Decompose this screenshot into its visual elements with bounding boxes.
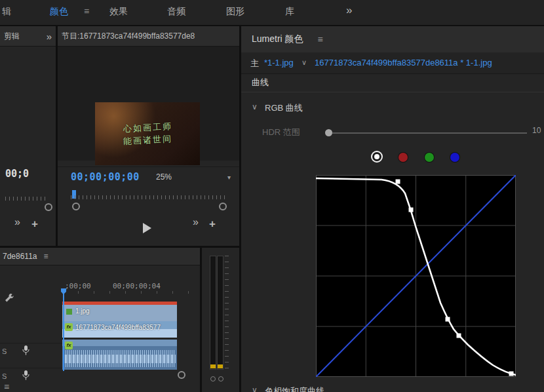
chevron-down-icon[interactable]: ∨ [301, 58, 307, 67]
audio-waveform [64, 355, 176, 363]
hue-saturation-curves-label: 色相饱和度曲线 [265, 385, 324, 392]
timeline-ruler-start: ;00;00 [65, 282, 91, 290]
audio-level-fill [210, 364, 216, 368]
track-divider [0, 343, 62, 343]
chevron-expanded-icon[interactable]: ∨ [252, 102, 258, 111]
source-panel-header: 剪辑 » [0, 26, 56, 47]
audio-meter-left [210, 256, 216, 370]
overflow-icon[interactable]: » [193, 216, 199, 228]
wrench-icon[interactable] [4, 292, 14, 305]
program-monitor-panel: 节目:16771873ca74f499bffa83577de8 心如画工师 能画… [58, 26, 239, 246]
solo-button[interactable]: S [2, 347, 7, 355]
selected-clip-name[interactable]: 16771873ca74f499bffa83577de8611a * 1-1.j… [315, 58, 492, 68]
timeline-clip-v2[interactable]: 1.jpg [62, 302, 177, 322]
timeline-title[interactable]: 7de8611a [3, 252, 37, 261]
clip-label: 1.jpg [75, 307, 90, 315]
lumetri-title: Lumetri 颜色 [252, 33, 303, 45]
program-zoom-handle-right[interactable] [219, 203, 227, 210]
chevron-expanded-icon[interactable]: ∨ [252, 385, 258, 392]
hdr-range-row: HDR 范围 10 [241, 123, 544, 140]
microphone-icon[interactable] [22, 345, 30, 358]
workspace-tab-color[interactable]: 颜色 [50, 6, 68, 18]
curve-channel-selector [241, 148, 544, 169]
timeline-scroll-handle[interactable] [178, 371, 185, 379]
clip-thumbnail-chip [66, 309, 72, 315]
program-monitor-frame: 心如画工师 能画诸世间 [95, 102, 200, 165]
master-label: 主 [250, 58, 259, 69]
zoom-level-value: 25% [156, 172, 172, 182]
rgb-curves-header[interactable]: ∨ RGB 曲线 [241, 100, 544, 117]
master-clip-name[interactable]: *1-1.jpg [264, 58, 294, 68]
channel-blue-button[interactable] [450, 153, 459, 162]
solo-button[interactable]: S [2, 372, 7, 380]
hdr-range-value[interactable]: 10 [532, 126, 541, 135]
source-zoom-handle[interactable] [45, 203, 52, 211]
timeline-clip-v1[interactable]: fx 16771873ca74f499bffa83577 [62, 321, 177, 338]
workspace-tab-graphics[interactable]: 图形 [226, 6, 244, 18]
chevron-down-icon: ▾ [227, 174, 231, 181]
add-button[interactable]: + [31, 218, 38, 231]
premiere-app: 辑 颜色 ≡ 效果 音频 图形 库 » 剪辑 » 00;0 » + 节目:167… [0, 0, 544, 392]
workspace-tab-effects[interactable]: 效果 [109, 6, 128, 18]
lumetri-clip-row: 主 *1-1.jpg ∨ 16771873ca74f499bffa83577de… [241, 52, 544, 74]
timeline-ruler-ticks[interactable] [62, 291, 192, 294]
hdr-range-slider-track[interactable] [326, 132, 527, 134]
add-button[interactable]: + [209, 218, 216, 231]
workspace-bar: 辑 颜色 ≡ 效果 音频 图形 库 » [0, 0, 544, 25]
play-button[interactable] [143, 223, 151, 233]
workspace-tab-libraries[interactable]: 库 [285, 6, 294, 18]
channel-white-button[interactable] [371, 151, 383, 163]
program-panel-header: 节目:16771873ca74f499bffa83577de8 [58, 26, 239, 47]
panel-menu-icon[interactable]: ≡ [4, 382, 9, 392]
workspace-overflow-icon[interactable]: » [346, 4, 352, 17]
overflow-icon[interactable]: » [47, 31, 52, 42]
timeline-playhead-line[interactable] [63, 294, 64, 371]
audio-level-fill [218, 364, 223, 368]
timeline-panel: 7de8611a ≡ ;00;00 00;00;00;04 1.jpg fx 1… [0, 248, 200, 392]
timeline-header: 7de8611a ≡ [0, 248, 200, 265]
timeline-ruler-mid: 00;00;00;04 [113, 282, 161, 290]
lumetri-color-panel: Lumetri 颜色 ≡ 主 *1-1.jpg ∨ 16771873ca74f4… [241, 26, 544, 392]
audio-meter-right [217, 256, 223, 370]
channel-selected-dot [374, 154, 379, 159]
overflow-icon[interactable]: » [14, 216, 20, 228]
program-viewer: 心如画工师 能画诸世间 [58, 47, 239, 161]
fx-badge[interactable]: fx [65, 342, 73, 349]
program-timecode[interactable]: 00;00;00;00 [71, 171, 140, 183]
rgb-curve-editor[interactable] [316, 175, 516, 377]
workspace-menu-icon[interactable]: ≡ [84, 6, 89, 16]
source-timecode[interactable]: 00;0 [5, 168, 29, 180]
program-seek-ruler[interactable] [71, 195, 225, 199]
source-panel-title: 剪辑 [4, 31, 20, 42]
audio-meter-panel [202, 248, 239, 392]
curves-section-label: 曲线 [252, 77, 269, 88]
curves-section-header[interactable]: 曲线 [241, 73, 544, 92]
lumetri-header: Lumetri 颜色 ≡ [241, 26, 544, 53]
hdr-range-label: HDR 范围 [262, 127, 300, 138]
meter-scale-ticks [225, 256, 229, 368]
fx-badge[interactable]: fx [65, 323, 73, 331]
meter-ring-right [218, 376, 223, 382]
track-divider [0, 368, 62, 368]
program-timecode-row: 00;00;00;00 25% ▾ [58, 167, 239, 187]
workspace-tab-edit[interactable]: 辑 [2, 6, 11, 18]
program-zoom-handle-left[interactable] [72, 203, 80, 210]
channel-green-button[interactable] [425, 153, 434, 162]
source-monitor-panel: 剪辑 » 00;0 » + [0, 26, 56, 246]
hdr-range-slider-knob[interactable] [325, 129, 332, 136]
zoom-level-dropdown[interactable]: 25% ▾ [156, 172, 231, 182]
rgb-curves-label: RGB 曲线 [265, 102, 303, 114]
channel-red-button[interactable] [398, 153, 408, 162]
microphone-icon[interactable] [22, 370, 30, 383]
panel-menu-icon[interactable]: ≡ [44, 252, 49, 261]
program-panel-title: 节目:16771873ca74f499bffa83577de8 [62, 31, 195, 42]
source-seek-ruler[interactable] [5, 197, 47, 201]
workspace-tab-audio[interactable]: 音频 [167, 6, 185, 18]
panel-menu-icon[interactable]: ≡ [318, 34, 323, 45]
video-overlay-text-line2: 能画诸世间 [123, 132, 172, 147]
hue-saturation-curves-header[interactable]: ∨ 色相饱和度曲线 [241, 383, 544, 392]
timeline-clip-a1[interactable]: fx [62, 340, 177, 370]
clip-label: 16771873ca74f499bffa83577 [75, 324, 161, 331]
meter-ring-left [210, 376, 216, 382]
